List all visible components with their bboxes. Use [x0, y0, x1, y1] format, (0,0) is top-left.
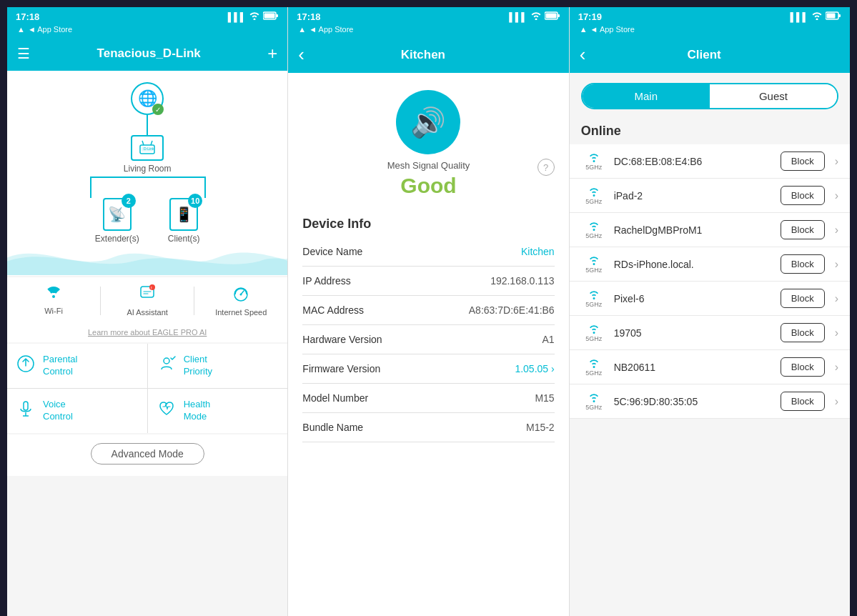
client-row-chevron-icon[interactable]: › — [835, 189, 838, 202]
parental-control-label: ParentalControl — [43, 354, 77, 378]
network-title: Tenacious_D-Link — [97, 46, 201, 61]
block-client-button[interactable]: Block — [781, 220, 825, 239]
status-icons-s3: ▌▌▌ — [790, 11, 841, 22]
wifi-bars-icon — [587, 255, 601, 267]
svg-rect-24 — [838, 14, 841, 17]
parental-control-item[interactable]: ParentalControl — [7, 344, 147, 388]
back-icon-s2[interactable]: ‹ — [298, 44, 304, 66]
client-row-chevron-icon[interactable]: › — [835, 327, 838, 339]
wifi-bars-icon — [587, 358, 601, 369]
device-info-row: Model NumberM15 — [302, 384, 554, 413]
device-info-row: MAC AddressA8:63:7D:6E:41:B6 — [302, 296, 554, 325]
internet-speed-action[interactable]: Internet Speed — [194, 284, 287, 317]
health-mode-label: HealthMode — [184, 399, 211, 423]
ai-assistant-action[interactable]: ! AI Assistant — [101, 284, 194, 317]
header-s2: ‹ Kitchen — [288, 38, 568, 73]
client-row-chevron-icon[interactable]: › — [835, 258, 838, 271]
svg-rect-20 — [545, 14, 556, 19]
client-row-chevron-icon[interactable]: › — [835, 224, 838, 237]
client-row-chevron-icon[interactable]: › — [835, 361, 838, 374]
signal-icon-s3: ▌▌▌ — [790, 12, 808, 22]
connection-status-icon: ✓ — [152, 104, 164, 115]
add-icon[interactable]: + — [267, 44, 277, 64]
advanced-mode-button[interactable]: Advanced Mode — [91, 443, 204, 465]
time-s2: 17:18 — [297, 11, 320, 22]
screen-kitchen: 17:18 ▌▌▌ ▲ ◄ App Store ‹ Kitchen — [287, 7, 568, 616]
guest-network-tab[interactable]: Guest — [710, 84, 837, 108]
block-client-button[interactable]: Block — [781, 151, 825, 171]
internet-speed-label: Internet Speed — [215, 308, 267, 317]
battery-icon-s2 — [545, 11, 560, 22]
block-client-button[interactable]: Block — [781, 289, 825, 308]
svg-text:D-Link: D-Link — [144, 146, 154, 151]
device-visual: 🔊 Mesh Signal Quality Good — [288, 73, 568, 209]
ai-assistant-icon: ! — [139, 284, 156, 306]
app-store-link-s2[interactable]: ◄ App Store — [309, 25, 353, 34]
help-icon[interactable]: ? — [538, 159, 555, 176]
client-name: Pixel-6 — [614, 293, 773, 304]
voice-control-item[interactable]: VoiceControl — [7, 389, 147, 433]
device-info-row: Firmware Version1.05.05 › — [302, 354, 554, 384]
client-list: 5GHz DC:68:EB:08:E4:B6Block› 5GHz iPad-2… — [570, 144, 850, 419]
smart-speaker-icon: 🔊 — [396, 90, 460, 154]
svg-rect-1 — [264, 14, 275, 19]
client-row: 5GHz Pixel-6Block› — [570, 282, 850, 316]
quick-actions-bar: Wi-Fi ! AI Assistant Internet Speed — [7, 277, 287, 324]
eagle-pro-link[interactable]: Learn more about EAGLE PRO AI — [7, 324, 287, 342]
block-client-button[interactable]: Block — [781, 392, 825, 411]
client-name: RDs-iPhone.local. — [614, 259, 773, 270]
extender-device-icon: 📡 2 — [103, 198, 132, 231]
client-name: 5C:96:9D:80:35:05 — [614, 396, 773, 407]
app-store-link-s3[interactable]: ◄ App Store — [590, 25, 635, 34]
status-bar-s2: 17:18 ▌▌▌ — [288, 7, 568, 25]
client-row: 5GHz iPad-2Block› — [570, 179, 850, 213]
device-info-row: Hardware VersionA1 — [302, 325, 554, 354]
client-row: 5GHz DC:68:EB:08:E4:B6Block› — [570, 144, 850, 179]
block-client-button[interactable]: Block — [781, 323, 825, 342]
location-icon-s1: ▲ — [17, 25, 25, 34]
menu-icon[interactable]: ☰ — [17, 45, 30, 62]
location-icon-s3: ▲ — [580, 25, 588, 34]
wifi-action-label: Wi-Fi — [44, 307, 63, 315]
client-priority-icon — [157, 354, 177, 378]
health-mode-item[interactable]: HealthMode — [148, 389, 288, 433]
kitchen-title: Kitchen — [401, 48, 445, 62]
client-row: 5GHz 5C:96:9D:80:35:05Block› — [570, 384, 850, 419]
svg-point-13 — [240, 294, 242, 296]
voice-control-icon — [16, 399, 36, 423]
wifi-action[interactable]: Wi-Fi — [7, 286, 100, 315]
extender-branch: 📡 2 Extender(s) — [95, 198, 139, 244]
client-row-chevron-icon[interactable]: › — [835, 395, 838, 408]
svg-rect-16 — [24, 402, 28, 410]
block-client-button[interactable]: Block — [781, 186, 825, 205]
block-client-button[interactable]: Block — [781, 254, 825, 274]
health-mode-icon — [157, 399, 177, 423]
back-icon-s3[interactable]: ‹ — [580, 44, 586, 66]
header-s3: ‹ Client — [570, 38, 850, 73]
block-client-button[interactable]: Block — [781, 357, 825, 377]
network-diagram: 🌐 ✓ D-Link Living Room — [7, 71, 287, 276]
status-icons-s1: ▌▌▌ — [228, 11, 279, 22]
wifi-icon-s3 — [811, 11, 823, 22]
client-priority-item[interactable]: ClientPriority — [148, 344, 288, 388]
branch-container: 📡 2 Extender(s) 📱 10 Client(s) — [7, 198, 287, 244]
wifi-signal-indicator: 5GHz — [581, 358, 607, 377]
client-row-chevron-icon[interactable]: › — [835, 155, 838, 168]
main-network-tab[interactable]: Main — [583, 84, 710, 108]
connector-globe-router — [147, 115, 148, 135]
ai-assistant-label: AI Assistant — [127, 308, 167, 317]
client-row: 5GHz RDs-iPhone.local.Block› — [570, 247, 850, 282]
client-title: Client — [688, 48, 721, 62]
internet-globe-icon: 🌐 ✓ — [131, 82, 164, 115]
signal-icon-s1: ▌▌▌ — [228, 12, 247, 22]
wifi-signal-indicator: 5GHz — [581, 187, 607, 205]
extender-count-badge: 2 — [122, 194, 136, 208]
device-info-row: Bundle NameM15-2 — [302, 413, 554, 442]
client-row-chevron-icon[interactable]: › — [835, 292, 838, 305]
wave-decoration — [7, 240, 287, 276]
signal-icon-s2: ▌▌▌ — [509, 12, 527, 22]
app-store-link-s1[interactable]: ◄ App Store — [28, 25, 72, 34]
client-row: 5GHz RachelDgMBProM1Block› — [570, 213, 850, 247]
svg-point-15 — [164, 358, 169, 364]
screen-client: 17:19 ▌▌▌ ▲ ◄ App Store ‹ Client — [569, 7, 850, 616]
